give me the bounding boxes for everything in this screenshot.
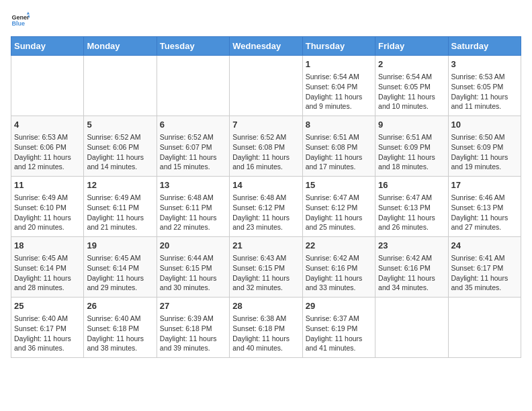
day-info: Daylight: 11 hours and 22 minutes.: [160, 213, 226, 232]
day-cell: 21Sunrise: 6:43 AMSunset: 6:15 PMDayligh…: [230, 237, 302, 298]
day-cell: 9Sunrise: 6:51 AMSunset: 6:09 PMDaylight…: [375, 116, 448, 177]
day-number: 10: [451, 119, 518, 131]
day-info: Sunrise: 6:50 AM: [451, 132, 518, 142]
day-info: Sunrise: 6:54 AM: [378, 72, 445, 82]
day-number: 6: [160, 119, 226, 131]
day-cell: 16Sunrise: 6:47 AMSunset: 6:13 PMDayligh…: [375, 177, 448, 237]
day-cell: 27Sunrise: 6:39 AMSunset: 6:18 PMDayligh…: [157, 298, 229, 358]
day-number: 20: [160, 240, 226, 252]
week-row-3: 18Sunrise: 6:45 AMSunset: 6:14 PMDayligh…: [11, 237, 521, 298]
day-number: 12: [87, 179, 153, 191]
calendar-body: 1Sunrise: 6:54 AMSunset: 6:04 PMDaylight…: [11, 56, 521, 358]
day-info: Sunrise: 6:41 AM: [451, 253, 518, 263]
header-tuesday: Tuesday: [157, 37, 229, 56]
logo-icon: General Blue: [11, 11, 30, 30]
day-info: Daylight: 11 hours and 34 minutes.: [378, 273, 445, 293]
page-header: General Blue: [11, 11, 521, 30]
day-number: 4: [14, 119, 81, 131]
day-info: Daylight: 11 hours and 9 minutes.: [306, 92, 372, 111]
svg-marker-2: [27, 11, 30, 14]
day-cell: 26Sunrise: 6:40 AMSunset: 6:18 PMDayligh…: [84, 298, 157, 358]
day-number: 7: [232, 119, 299, 131]
day-info: Sunset: 6:16 PM: [306, 263, 372, 273]
day-cell: 1Sunrise: 6:54 AMSunset: 6:04 PMDaylight…: [302, 56, 375, 116]
day-info: Sunset: 6:11 PM: [160, 203, 226, 213]
day-number: 5: [87, 119, 153, 131]
day-cell: 20Sunrise: 6:44 AMSunset: 6:15 PMDayligh…: [157, 237, 229, 298]
day-info: Sunrise: 6:49 AM: [14, 193, 81, 203]
day-info: Daylight: 11 hours and 12 minutes.: [14, 152, 81, 172]
day-number: 11: [14, 179, 81, 191]
day-info: Sunset: 6:15 PM: [160, 263, 226, 273]
day-info: Daylight: 11 hours and 27 minutes.: [451, 213, 518, 232]
day-cell: 25Sunrise: 6:40 AMSunset: 6:17 PMDayligh…: [11, 298, 84, 358]
day-info: Sunrise: 6:45 AM: [87, 253, 153, 263]
day-cell: 14Sunrise: 6:48 AMSunset: 6:12 PMDayligh…: [230, 177, 302, 237]
day-cell: [84, 56, 157, 116]
day-number: 28: [232, 300, 299, 312]
day-info: Sunrise: 6:53 AM: [14, 132, 81, 142]
day-info: Sunrise: 6:44 AM: [160, 253, 226, 263]
day-info: Daylight: 11 hours and 29 minutes.: [87, 273, 153, 293]
header-row: SundayMondayTuesdayWednesdayThursdayFrid…: [11, 37, 521, 56]
day-info: Sunrise: 6:46 AM: [451, 193, 518, 203]
day-cell: 11Sunrise: 6:49 AMSunset: 6:10 PMDayligh…: [11, 177, 84, 237]
day-info: Daylight: 11 hours and 17 minutes.: [306, 152, 372, 172]
day-number: 8: [306, 119, 372, 131]
day-number: 26: [87, 300, 153, 312]
day-info: Sunrise: 6:47 AM: [306, 193, 372, 203]
day-info: Sunset: 6:16 PM: [378, 263, 445, 273]
day-number: 9: [378, 119, 445, 131]
day-cell: [11, 56, 84, 116]
day-info: Sunrise: 6:48 AM: [232, 193, 299, 203]
day-info: Sunrise: 6:37 AM: [306, 314, 372, 324]
day-info: Sunset: 6:04 PM: [306, 82, 372, 92]
week-row-4: 25Sunrise: 6:40 AMSunset: 6:17 PMDayligh…: [11, 298, 521, 358]
header-thursday: Thursday: [302, 37, 375, 56]
day-info: Sunrise: 6:45 AM: [14, 253, 81, 263]
day-number: 22: [306, 240, 372, 252]
day-info: Daylight: 11 hours and 20 minutes.: [14, 213, 81, 232]
day-cell: 4Sunrise: 6:53 AMSunset: 6:06 PMDaylight…: [11, 116, 84, 177]
day-info: Sunset: 6:08 PM: [306, 142, 372, 152]
day-info: Sunset: 6:17 PM: [451, 263, 518, 273]
day-cell: 13Sunrise: 6:48 AMSunset: 6:11 PMDayligh…: [157, 177, 229, 237]
header-saturday: Saturday: [448, 37, 521, 56]
day-info: Sunset: 6:06 PM: [87, 142, 153, 152]
day-number: 14: [232, 179, 299, 191]
header-friday: Friday: [375, 37, 448, 56]
day-info: Sunrise: 6:47 AM: [378, 193, 445, 203]
day-info: Sunrise: 6:42 AM: [378, 253, 445, 263]
day-info: Daylight: 11 hours and 36 minutes.: [14, 334, 81, 353]
day-info: Daylight: 11 hours and 18 minutes.: [378, 152, 445, 172]
svg-text:General: General: [11, 14, 30, 21]
day-info: Sunset: 6:10 PM: [14, 203, 81, 213]
day-info: Sunrise: 6:39 AM: [160, 314, 226, 324]
day-info: Daylight: 11 hours and 41 minutes.: [306, 334, 372, 353]
day-cell: 18Sunrise: 6:45 AMSunset: 6:14 PMDayligh…: [11, 237, 84, 298]
day-cell: 17Sunrise: 6:46 AMSunset: 6:13 PMDayligh…: [448, 177, 521, 237]
day-info: Daylight: 11 hours and 19 minutes.: [451, 152, 518, 172]
day-cell: 28Sunrise: 6:38 AMSunset: 6:18 PMDayligh…: [230, 298, 302, 358]
day-cell: 8Sunrise: 6:51 AMSunset: 6:08 PMDaylight…: [302, 116, 375, 177]
day-info: Sunset: 6:13 PM: [451, 203, 518, 213]
day-cell: 22Sunrise: 6:42 AMSunset: 6:16 PMDayligh…: [302, 237, 375, 298]
day-number: 25: [14, 300, 81, 312]
day-info: Sunrise: 6:51 AM: [378, 132, 445, 142]
day-cell: [448, 298, 521, 358]
day-info: Sunset: 6:14 PM: [14, 263, 81, 273]
day-info: Daylight: 11 hours and 23 minutes.: [232, 213, 299, 232]
day-info: Sunset: 6:05 PM: [451, 82, 518, 92]
day-info: Daylight: 11 hours and 25 minutes.: [306, 213, 372, 232]
day-info: Sunset: 6:17 PM: [14, 324, 81, 334]
logo: General Blue: [11, 11, 30, 30]
day-info: Sunset: 6:11 PM: [87, 203, 153, 213]
day-info: Sunset: 6:05 PM: [378, 82, 445, 92]
day-number: 19: [87, 240, 153, 252]
day-cell: 19Sunrise: 6:45 AMSunset: 6:14 PMDayligh…: [84, 237, 157, 298]
day-info: Sunset: 6:06 PM: [14, 142, 81, 152]
day-cell: 2Sunrise: 6:54 AMSunset: 6:05 PMDaylight…: [375, 56, 448, 116]
day-cell: 12Sunrise: 6:49 AMSunset: 6:11 PMDayligh…: [84, 177, 157, 237]
day-number: 2: [378, 58, 445, 71]
day-number: 27: [160, 300, 226, 312]
